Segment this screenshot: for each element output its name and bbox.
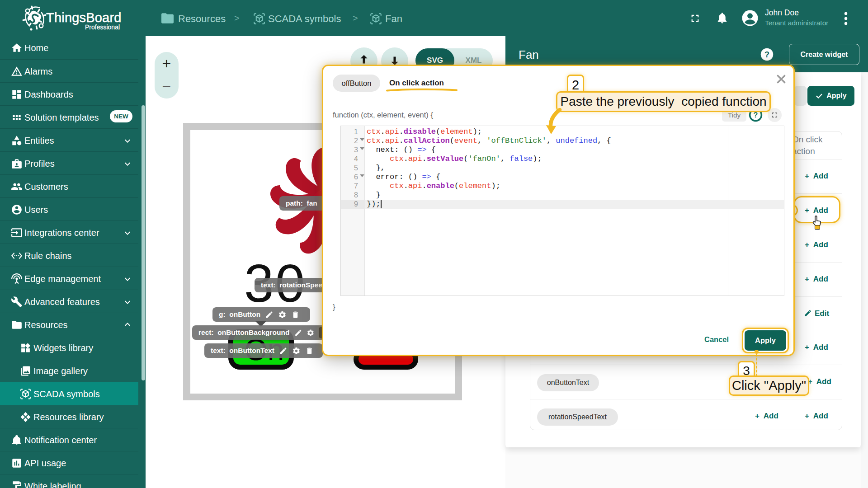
svg-text:?: ?: [764, 50, 769, 59]
svg-text:?: ?: [754, 111, 758, 119]
